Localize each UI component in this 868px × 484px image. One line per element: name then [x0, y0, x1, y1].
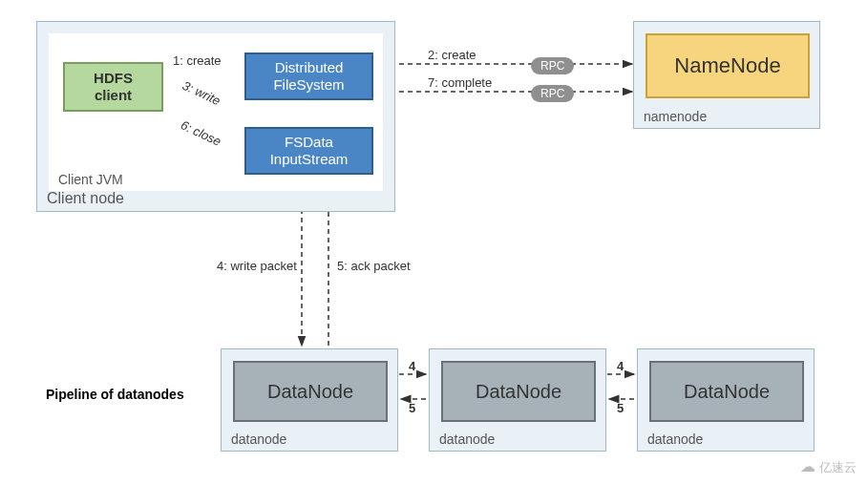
client-jvm-label: Client JVM	[58, 172, 123, 187]
rpc-badge-1: RPC	[531, 57, 574, 74]
datanode-label: DataNode	[684, 381, 770, 403]
hdfs-client-box: HDFS client	[63, 62, 163, 112]
datanode-container-label: datanode	[439, 431, 495, 447]
datanode-container-label: datanode	[231, 431, 286, 447]
namenode-label: NameNode	[674, 53, 780, 78]
label-4-write-packet: 4: write packet	[217, 259, 297, 273]
label-5b: 5	[617, 401, 624, 415]
datanode-box-2: DataNode	[441, 361, 596, 422]
datanode-box-1: DataNode	[233, 361, 388, 422]
label-7-complete: 7: complete	[428, 75, 492, 90]
dist-fs-label: Distributed FileSystem	[273, 59, 344, 94]
namenode-box: NameNode	[646, 33, 810, 98]
watermark: ☁ 亿速云	[800, 457, 857, 476]
datanode-label: DataNode	[267, 381, 353, 403]
datanode-container-label: datanode	[647, 431, 703, 447]
label-5-ack-packet: 5: ack packet	[337, 259, 411, 273]
label-4a: 4	[409, 359, 415, 373]
label-2-create: 2: create	[428, 48, 476, 62]
datanode-box-3: DataNode	[649, 361, 804, 422]
label-1-create: 1: create	[173, 53, 222, 68]
fsdata-label: FSData InputStream	[270, 134, 349, 168]
namenode-container-label: namenode	[644, 109, 707, 124]
distributed-filesystem-box: Distributed FileSystem	[244, 53, 373, 100]
datanode-container-2: DataNode datanode	[429, 348, 606, 452]
datanode-container-1: DataNode datanode	[221, 348, 398, 452]
label-5a: 5	[409, 401, 415, 415]
fsdata-inputstream-box: FSData InputStream	[244, 127, 373, 175]
datanode-label: DataNode	[476, 381, 561, 403]
client-node-label: Client node	[47, 190, 124, 207]
label-4b: 4	[617, 359, 624, 373]
watermark-text: 亿速云	[819, 460, 857, 474]
rpc-badge-2: RPC	[531, 85, 574, 102]
pipeline-label: Pipeline of datanodes	[46, 387, 184, 402]
datanode-container-3: DataNode datanode	[637, 348, 815, 452]
namenode-container: NameNode namenode	[633, 21, 820, 129]
client-node-container: HDFS client Distributed FileSystem FSDat…	[36, 21, 395, 212]
hdfs-client-label: HDFS client	[94, 70, 133, 104]
